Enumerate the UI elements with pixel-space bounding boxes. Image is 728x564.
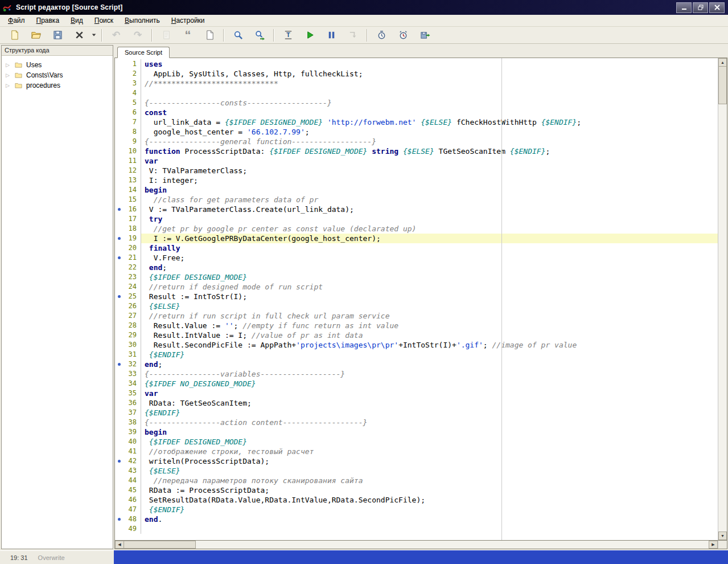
menu-view[interactable]: Вид [65,15,89,26]
vertical-scroll-thumb[interactable] [718,67,727,104]
code-line-23[interactable]: 23 {$IFDEF DESIGNED_MODE} [115,272,718,282]
timer-button[interactable] [371,28,392,43]
code-line-41[interactable]: 41 //отображение строки, тестовый расчет [115,447,718,456]
code-text[interactable]: Result := IntToStr(I); [141,292,718,301]
code-line-28[interactable]: 28 Result.Value := ''; //empty if func r… [115,321,718,330]
code-text[interactable]: try [141,214,718,224]
code-text[interactable]: Result.Value := ''; //empty if func retu… [141,321,718,330]
code-text[interactable]: var [141,389,718,398]
code-line-39[interactable]: 39begin [115,427,718,437]
syntax-check-button[interactable]: T [277,28,299,43]
export-button[interactable] [414,28,435,43]
horizontal-scroll-thumb[interactable] [124,541,196,549]
tab-source-script[interactable]: Source Script [117,47,170,58]
code-text[interactable]: begin [141,427,718,437]
menu-edit[interactable]: Правка [31,15,65,26]
vertical-scroll-track[interactable] [718,104,727,532]
expand-icon[interactable]: ▷ [6,72,14,78]
code-text[interactable]: //**************************** [141,79,718,88]
scroll-left-button[interactable]: ◀ [115,541,124,549]
horizontal-scroll-track[interactable] [196,541,709,549]
code-text[interactable]: {$ENDIF} [141,505,718,514]
code-line-43[interactable]: 43 {$ELSE} [115,466,718,476]
code-text[interactable]: {$IFDEF NO_DESIGNED_MODE} [141,379,718,389]
code-text[interactable]: V.Free; [141,253,718,263]
search-button[interactable] [227,28,249,43]
code-line-26[interactable]: 26 {$ELSE} [115,301,718,311]
code-line-11[interactable]: 11var [115,156,718,166]
code-text[interactable]: url_link_data = {$IFDEF DESIGNED_MODE} '… [141,117,718,127]
code-line-4[interactable]: 4 [115,88,718,98]
code-line-31[interactable]: 31 {$ENDIF} [115,350,718,359]
code-text[interactable]: {$ELSE} [141,301,718,311]
code-line-45[interactable]: 45 RData := ProcessScriptData; [115,485,718,495]
code-text[interactable]: //get pr by google pr center as const va… [141,224,718,234]
code-text[interactable]: {----------------variables--------------… [141,369,718,379]
code-text[interactable]: const [141,108,718,117]
menu-settings[interactable]: Настройки [166,15,211,26]
code-line-35[interactable]: 35var [115,389,718,398]
code-text[interactable]: {$ENDIF} [141,408,718,418]
expand-icon[interactable]: ▷ [6,62,14,68]
code-line-32[interactable]: 32end; [115,359,718,369]
code-line-14[interactable]: 14begin [115,185,718,195]
run-button[interactable] [299,28,320,43]
code-line-27[interactable]: 27 //return if run script in full check … [115,311,718,321]
code-line-21[interactable]: 21 V.Free; [115,253,718,263]
menu-file[interactable]: Файл [2,15,31,26]
code-text[interactable]: SetResultData(RData.Value,RData.IntValue… [141,495,718,505]
code-text[interactable] [141,524,718,534]
delete-button[interactable] [68,28,90,43]
code-line-2[interactable]: 2 AppLib, SysUtils, Classes, Http, fullc… [115,69,718,79]
delete-dropdown-button[interactable] [90,28,98,43]
code-text[interactable]: //отображение строки, тестовый расчет [141,447,718,456]
code-text[interactable]: var [141,156,718,166]
code-line-36[interactable]: 36 RData: TGetSeoScanItem; [115,398,718,408]
menu-search[interactable]: Поиск [89,15,119,26]
code-line-22[interactable]: 22 end; [115,263,718,272]
scroll-up-button[interactable]: ▲ [718,58,727,67]
code-text[interactable]: begin [141,185,718,195]
code-text[interactable]: {----------------general function-------… [141,137,718,146]
code-line-37[interactable]: 37{$ENDIF} [115,408,718,418]
code-line-48[interactable]: 48end. [115,514,718,524]
code-text[interactable]: {$ELSE} [141,466,718,476]
code-line-30[interactable]: 30 Result.SecondPicFile := AppPath+'proj… [115,340,718,350]
restore-button[interactable] [693,2,708,13]
vertical-scrollbar[interactable]: ▲ ▼ [718,58,727,540]
code-line-42[interactable]: 42 writeln(ProcessScriptData); [115,456,718,466]
quotes-button[interactable]: “ [177,28,199,43]
code-line-49[interactable]: 49 [115,524,718,534]
code-line-5[interactable]: 5{----------------consts----------------… [115,98,718,108]
search-next-button[interactable] [249,28,270,43]
minimize-button[interactable] [676,2,692,13]
code-line-40[interactable]: 40 {$IFDEF DESIGNED_MODE} [115,437,718,447]
code-text[interactable]: //return if designed mode of run script [141,282,718,292]
code-line-47[interactable]: 47 {$ENDIF} [115,505,718,514]
tree-item-uses[interactable]: ▷Uses [2,60,113,70]
code-line-15[interactable]: 15 //class for get parameters data of pr [115,195,718,205]
code-line-12[interactable]: 12 V: TValParameterClass; [115,166,718,175]
code-line-46[interactable]: 46 SetResultData(RData.Value,RData.IntVa… [115,495,718,505]
code-text[interactable]: RData := ProcessScriptData; [141,485,718,495]
code-text[interactable]: uses [141,59,718,69]
code-text[interactable]: V: TValParameterClass; [141,166,718,175]
code-text[interactable]: google_host_center = '66.102.7.99'; [141,127,718,137]
code-text[interactable]: end; [141,359,718,369]
code-line-29[interactable]: 29 Result.IntValue := I; //value of pr a… [115,330,718,340]
code-text[interactable]: RData: TGetSeoScanItem; [141,398,718,408]
code-line-34[interactable]: 34{$IFDEF NO_DESIGNED_MODE} [115,379,718,389]
code-text[interactable] [141,88,718,98]
code-text[interactable]: I: integer; [141,175,718,185]
code-line-18[interactable]: 18 //get pr by google pr center as const… [115,224,718,234]
horizontal-scrollbar[interactable]: ◀ ▶ [114,541,727,549]
step-button[interactable] [342,28,364,43]
scroll-right-button[interactable]: ▶ [709,541,718,549]
code-line-1[interactable]: 1uses [115,59,718,69]
pause-button[interactable] [320,28,342,43]
code-text[interactable]: //class for get parameters data of pr [141,195,718,205]
code-editor[interactable]: 1uses2 AppLib, SysUtils, Classes, Http, … [115,58,718,540]
code-line-9[interactable]: 9{----------------general function------… [115,137,718,146]
code-text[interactable]: end; [141,263,718,272]
code-line-25[interactable]: 25 Result := IntToStr(I); [115,292,718,301]
